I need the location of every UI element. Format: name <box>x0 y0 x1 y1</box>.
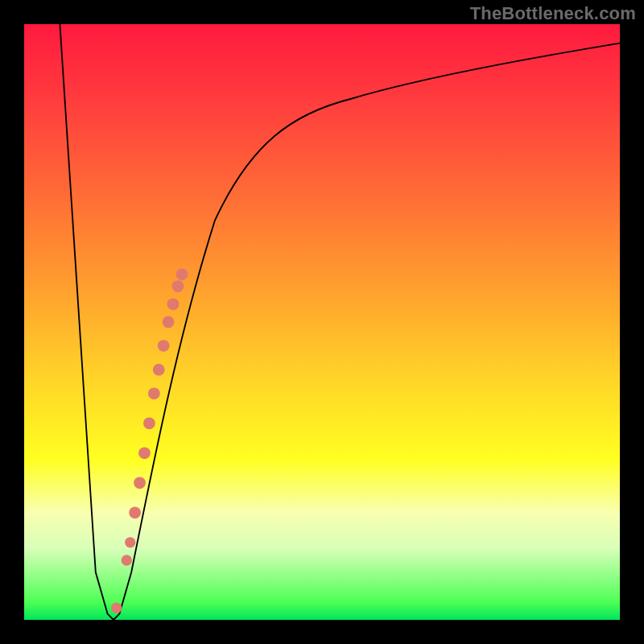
marker-dot <box>111 603 122 613</box>
marker-dot <box>134 477 146 489</box>
marker-dot <box>125 537 135 547</box>
marker-dot <box>138 447 151 459</box>
marker-dot <box>153 364 165 376</box>
marker-dot <box>122 555 132 565</box>
watermark-text: TheBottleneck.com <box>470 3 636 24</box>
marker-dot <box>158 340 170 352</box>
marker-dot <box>167 298 180 310</box>
bottleneck-curve <box>60 24 620 620</box>
marker-dot <box>176 268 188 280</box>
marker-dot <box>148 387 160 399</box>
marker-dot <box>163 316 175 328</box>
chart-svg <box>24 24 620 620</box>
plot-area <box>24 24 620 620</box>
marker-dot <box>143 417 155 429</box>
chart-frame: TheBottleneck.com <box>0 0 644 644</box>
marker-dot <box>172 280 184 292</box>
marker-group <box>111 268 188 613</box>
marker-dot <box>129 506 141 518</box>
